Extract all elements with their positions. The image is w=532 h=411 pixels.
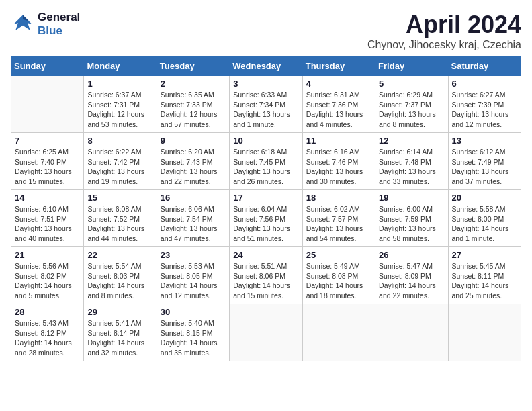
- page-header: General Blue April 2024 Chynov, Jihocesk…: [11, 11, 521, 51]
- day-info: Sunrise: 5:41 AM Sunset: 8:14 PM Dayligh…: [87, 318, 152, 358]
- day-number: 21: [15, 250, 80, 260]
- day-info: Sunrise: 6:18 AM Sunset: 7:45 PM Dayligh…: [233, 147, 298, 187]
- day-info: Sunrise: 6:08 AM Sunset: 7:52 PM Dayligh…: [87, 204, 152, 244]
- calendar-cell: 17Sunrise: 6:04 AM Sunset: 7:56 PM Dayli…: [230, 190, 302, 247]
- day-number: 3: [233, 79, 298, 89]
- day-number: 12: [379, 136, 444, 146]
- calendar-cell: 30Sunrise: 5:40 AM Sunset: 8:15 PM Dayli…: [157, 304, 229, 361]
- calendar-cell: 28Sunrise: 5:43 AM Sunset: 8:12 PM Dayli…: [11, 304, 84, 361]
- header-friday: Friday: [375, 57, 448, 76]
- calendar-cell: 12Sunrise: 6:14 AM Sunset: 7:48 PM Dayli…: [375, 133, 448, 190]
- day-info: Sunrise: 5:54 AM Sunset: 8:03 PM Dayligh…: [87, 261, 152, 301]
- day-number: 8: [87, 136, 152, 146]
- calendar-cell: 18Sunrise: 6:02 AM Sunset: 7:57 PM Dayli…: [302, 190, 375, 247]
- calendar-cell: 15Sunrise: 6:08 AM Sunset: 7:52 PM Dayli…: [84, 190, 157, 247]
- day-info: Sunrise: 6:35 AM Sunset: 7:33 PM Dayligh…: [161, 90, 226, 130]
- day-number: 14: [15, 193, 80, 203]
- day-info: Sunrise: 6:37 AM Sunset: 7:31 PM Dayligh…: [87, 90, 152, 130]
- calendar-cell: [11, 76, 84, 133]
- day-info: Sunrise: 6:20 AM Sunset: 7:43 PM Dayligh…: [161, 147, 226, 187]
- calendar-cell: 5Sunrise: 6:29 AM Sunset: 7:37 PM Daylig…: [375, 76, 448, 133]
- day-info: Sunrise: 6:25 AM Sunset: 7:40 PM Dayligh…: [15, 147, 80, 187]
- day-number: 16: [161, 193, 226, 203]
- title-block: April 2024 Chynov, Jihocesky kraj, Czech…: [367, 11, 521, 51]
- day-number: 5: [379, 79, 444, 89]
- calendar-cell: 22Sunrise: 5:54 AM Sunset: 8:03 PM Dayli…: [84, 247, 157, 304]
- logo: General Blue: [11, 11, 80, 38]
- day-number: 13: [452, 136, 517, 146]
- calendar-cell: 13Sunrise: 6:12 AM Sunset: 7:49 PM Dayli…: [448, 133, 521, 190]
- week-row-1: 1Sunrise: 6:37 AM Sunset: 7:31 PM Daylig…: [11, 76, 521, 133]
- header-wednesday: Wednesday: [230, 57, 302, 76]
- calendar-cell: 3Sunrise: 6:33 AM Sunset: 7:34 PM Daylig…: [230, 76, 302, 133]
- calendar-cell: 10Sunrise: 6:18 AM Sunset: 7:45 PM Dayli…: [230, 133, 302, 190]
- day-number: 10: [233, 136, 298, 146]
- header-tuesday: Tuesday: [157, 57, 229, 76]
- calendar-cell: 21Sunrise: 5:56 AM Sunset: 8:02 PM Dayli…: [11, 247, 84, 304]
- day-number: 22: [87, 250, 152, 260]
- calendar-cell: 2Sunrise: 6:35 AM Sunset: 7:33 PM Daylig…: [157, 76, 229, 133]
- day-number: 6: [452, 79, 517, 89]
- logo-icon: [11, 12, 35, 36]
- calendar-table: SundayMondayTuesdayWednesdayThursdayFrid…: [11, 56, 521, 361]
- location-subtitle: Chynov, Jihocesky kraj, Czechia: [367, 39, 521, 51]
- day-info: Sunrise: 6:33 AM Sunset: 7:34 PM Dayligh…: [233, 90, 298, 130]
- logo-text: General Blue: [38, 11, 80, 38]
- day-info: Sunrise: 6:27 AM Sunset: 7:39 PM Dayligh…: [452, 90, 517, 130]
- calendar-cell: 14Sunrise: 6:10 AM Sunset: 7:51 PM Dayli…: [11, 190, 84, 247]
- day-number: 18: [306, 193, 371, 203]
- week-row-3: 14Sunrise: 6:10 AM Sunset: 7:51 PM Dayli…: [11, 190, 521, 247]
- day-number: 19: [379, 193, 444, 203]
- day-info: Sunrise: 5:47 AM Sunset: 8:09 PM Dayligh…: [379, 261, 444, 301]
- calendar-cell: 4Sunrise: 6:31 AM Sunset: 7:36 PM Daylig…: [302, 76, 375, 133]
- day-info: Sunrise: 6:10 AM Sunset: 7:51 PM Dayligh…: [15, 204, 80, 244]
- calendar-header-row: SundayMondayTuesdayWednesdayThursdayFrid…: [11, 57, 521, 76]
- header-thursday: Thursday: [302, 57, 375, 76]
- calendar-cell: 11Sunrise: 6:16 AM Sunset: 7:46 PM Dayli…: [302, 133, 375, 190]
- day-info: Sunrise: 5:45 AM Sunset: 8:11 PM Dayligh…: [452, 261, 517, 301]
- day-number: 25: [306, 250, 371, 260]
- calendar-cell: [448, 304, 521, 361]
- calendar-cell: 25Sunrise: 5:49 AM Sunset: 8:08 PM Dayli…: [302, 247, 375, 304]
- day-info: Sunrise: 5:43 AM Sunset: 8:12 PM Dayligh…: [15, 318, 80, 358]
- month-title: April 2024: [367, 11, 521, 39]
- calendar-cell: [375, 304, 448, 361]
- day-number: 9: [161, 136, 226, 146]
- day-info: Sunrise: 5:51 AM Sunset: 8:06 PM Dayligh…: [233, 261, 298, 301]
- day-info: Sunrise: 6:14 AM Sunset: 7:48 PM Dayligh…: [379, 147, 444, 187]
- day-info: Sunrise: 5:40 AM Sunset: 8:15 PM Dayligh…: [161, 318, 226, 358]
- day-number: 1: [87, 79, 152, 89]
- day-info: Sunrise: 6:04 AM Sunset: 7:56 PM Dayligh…: [233, 204, 298, 244]
- calendar-cell: 23Sunrise: 5:53 AM Sunset: 8:05 PM Dayli…: [157, 247, 229, 304]
- header-saturday: Saturday: [448, 57, 521, 76]
- day-info: Sunrise: 6:06 AM Sunset: 7:54 PM Dayligh…: [161, 204, 226, 244]
- day-number: 7: [15, 136, 80, 146]
- day-number: 27: [452, 250, 517, 260]
- calendar-cell: 27Sunrise: 5:45 AM Sunset: 8:11 PM Dayli…: [448, 247, 521, 304]
- day-number: 24: [233, 250, 298, 260]
- day-number: 11: [306, 136, 371, 146]
- day-info: Sunrise: 6:02 AM Sunset: 7:57 PM Dayligh…: [306, 204, 371, 244]
- calendar-cell: 9Sunrise: 6:20 AM Sunset: 7:43 PM Daylig…: [157, 133, 229, 190]
- header-monday: Monday: [84, 57, 157, 76]
- day-info: Sunrise: 6:00 AM Sunset: 7:59 PM Dayligh…: [379, 204, 444, 244]
- day-info: Sunrise: 6:16 AM Sunset: 7:46 PM Dayligh…: [306, 147, 371, 187]
- week-row-5: 28Sunrise: 5:43 AM Sunset: 8:12 PM Dayli…: [11, 304, 521, 361]
- day-number: 29: [87, 307, 152, 317]
- header-sunday: Sunday: [11, 57, 84, 76]
- calendar-cell: [230, 304, 302, 361]
- calendar-cell: 7Sunrise: 6:25 AM Sunset: 7:40 PM Daylig…: [11, 133, 84, 190]
- calendar-cell: 19Sunrise: 6:00 AM Sunset: 7:59 PM Dayli…: [375, 190, 448, 247]
- day-info: Sunrise: 6:31 AM Sunset: 7:36 PM Dayligh…: [306, 90, 371, 130]
- day-number: 17: [233, 193, 298, 203]
- calendar-cell: 6Sunrise: 6:27 AM Sunset: 7:39 PM Daylig…: [448, 76, 521, 133]
- calendar-cell: 8Sunrise: 6:22 AM Sunset: 7:42 PM Daylig…: [84, 133, 157, 190]
- week-row-4: 21Sunrise: 5:56 AM Sunset: 8:02 PM Dayli…: [11, 247, 521, 304]
- week-row-2: 7Sunrise: 6:25 AM Sunset: 7:40 PM Daylig…: [11, 133, 521, 190]
- calendar-cell: 1Sunrise: 6:37 AM Sunset: 7:31 PM Daylig…: [84, 76, 157, 133]
- calendar-cell: 29Sunrise: 5:41 AM Sunset: 8:14 PM Dayli…: [84, 304, 157, 361]
- calendar-cell: 16Sunrise: 6:06 AM Sunset: 7:54 PM Dayli…: [157, 190, 229, 247]
- day-number: 2: [161, 79, 226, 89]
- calendar-cell: 24Sunrise: 5:51 AM Sunset: 8:06 PM Dayli…: [230, 247, 302, 304]
- day-number: 30: [161, 307, 226, 317]
